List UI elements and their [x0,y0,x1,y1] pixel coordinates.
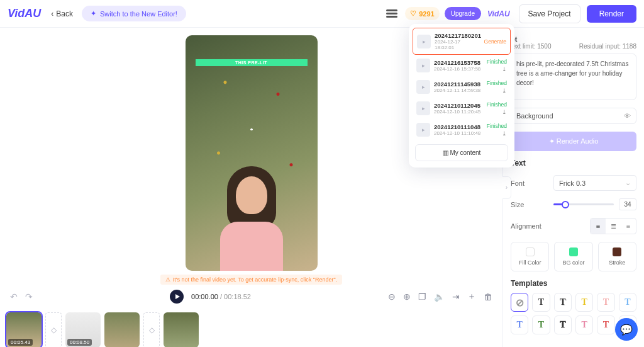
play-icon: ▸ [416,80,430,94]
alignment-label: Alignment [511,222,541,230]
current-time: 00:00.00 [191,293,218,300]
playback-time: 00:00.00 / 00:18.52 [191,293,251,300]
template-item[interactable]: T [532,316,550,334]
credits-badge[interactable]: ♡ 9291 [405,7,439,20]
copy-button[interactable]: ❐ [418,292,426,302]
history-timestamp: 2024-12-10 11:20:45 [434,109,483,115]
export-icon[interactable]: ⇥ [452,292,460,302]
clip-duration: 00:08.50 [67,339,92,346]
download-icon[interactable]: ⤓ [502,88,507,94]
zoom-out-button[interactable]: ⊖ [388,292,396,302]
template-item[interactable]: T [597,293,614,312]
background-row[interactable]: Background 👁 [511,108,636,124]
history-item[interactable]: ▸ 20241210111048 2024-12-10 11:10:48 Fin… [413,119,511,140]
size-slider[interactable] [553,203,614,205]
list-icon[interactable] [386,9,397,18]
template-item[interactable]: T [511,316,528,334]
volume-icon[interactable]: 🔈 [434,292,445,302]
templates-heading: Templates [511,279,636,288]
align-left-button[interactable]: ≡ [591,219,606,234]
switch-editor-button[interactable]: ✦ Switch to the New Editor! [82,6,186,21]
history-status: Generate [484,38,506,45]
template-item[interactable]: T [554,293,572,312]
sparkle-icon: ✦ [91,9,96,18]
render-button[interactable]: Render [587,5,636,23]
history-item[interactable]: ▸ 20241210112045 2024-12-10 11:20:45 Fin… [413,98,511,119]
chat-button[interactable]: 💬 [615,318,638,341]
bg-color-swatch[interactable]: BG color [554,242,592,271]
upgrade-button[interactable]: Upgrade [445,7,481,20]
render-warning: It's not the final video yet. To get acc… [160,275,343,285]
fill-color-box [526,247,535,256]
redo-button[interactable]: ↷ [25,292,33,302]
download-icon[interactable]: ⤓ [502,130,507,137]
size-value[interactable]: 34 [619,198,636,210]
stroke-color-swatch[interactable]: Stroke [598,242,636,271]
video-preview[interactable]: THIS PRE-LIT [186,35,318,271]
chevron-left-icon: ‹ [51,9,53,18]
clip-2[interactable]: 00:08.50 [65,312,101,347]
text-limit: text limit: 1500 [511,43,551,50]
align-right-button[interactable]: ≡ [621,219,636,234]
template-item[interactable]: T [532,293,550,312]
history-item[interactable]: ▸ 20241216153758 2024-12-16 15:37:58 Fin… [413,55,511,76]
history-status: Finished [487,59,507,65]
script-heading-suffix: pt [511,35,636,43]
switch-editor-label: Switch to the New Editor! [100,10,177,18]
undo-button[interactable]: ↶ [10,292,18,302]
fill-color-swatch[interactable]: Fill Color [511,242,549,271]
logo: VidAU [8,7,41,20]
template-item[interactable]: T [554,316,572,334]
play-icon: ▸ [416,123,430,137]
play-button[interactable] [170,290,184,304]
font-select[interactable]: Frick 0.3 ⌄ [553,175,636,191]
clip-4[interactable] [164,312,199,347]
history-status: Finished [487,123,507,129]
delete-button[interactable]: 🗑 [484,292,492,302]
download-icon[interactable]: ⤓ [502,66,507,72]
template-item[interactable]: T [575,316,593,334]
clip-3[interactable] [104,312,140,347]
template-item[interactable]: T [619,293,636,312]
history-timestamp: 2024-12-11 14:59:38 [434,88,483,93]
app-header: VidAU ‹ Back ✦ Switch to the New Editor!… [0,0,644,28]
history-timestamp: 2024-12-17 18:02:01 [435,39,480,50]
history-status: Finished [487,80,507,86]
script-textarea[interactable]: his pre-lit, pre-decorated 7.5ft Christm… [511,54,636,100]
zoom-in-button[interactable]: ⊕ [403,292,411,302]
transition-1[interactable]: ◇ [45,312,62,347]
download-icon[interactable]: ⤓ [502,109,507,115]
clip-1[interactable]: 00:05.43 [6,312,42,347]
play-icon: ▸ [416,59,430,72]
template-item[interactable]: T [575,293,593,312]
properties-sidebar: pt text limit: 1500 Residual input: 1188… [503,28,644,334]
template-none[interactable]: ⊘ [511,293,528,312]
template-item[interactable]: T [597,316,614,334]
caption-overlay: THIS PRE-LIT [196,59,308,66]
add-button[interactable]: ＋ [467,291,476,302]
align-center-button[interactable]: ≣ [606,219,621,234]
alignment-group: ≡ ≣ ≡ [590,218,636,234]
render-audio-button[interactable]: ✦ Render Audio [511,132,636,151]
history-id: 20241216153758 [434,59,483,66]
folder-icon: ▥ [443,149,450,156]
history-id: 20241210111048 [434,123,483,130]
save-project-button[interactable]: Save Project [519,4,580,23]
history-item[interactable]: ▸ 20241217180201 2024-12-17 18:02:01 Gen… [413,28,511,55]
my-content-button[interactable]: ▥ My content [415,144,508,161]
history-timestamp: 2024-12-16 15:37:58 [434,66,483,72]
background-label: Background [516,112,553,120]
back-button[interactable]: ‹ Back [51,9,73,18]
stroke-color-box [613,247,621,256]
collapse-sidebar-button[interactable]: › [502,176,511,199]
history-item[interactable]: ▸ 20241211145938 2024-12-11 14:59:38 Fin… [413,76,511,98]
bg-color-box [569,247,578,256]
chevron-down-icon: ⌄ [625,179,631,187]
clip-duration: 00:05.43 [8,339,33,346]
play-icon: ▸ [417,35,431,48]
font-value: Frick 0.3 [559,179,586,187]
eye-icon[interactable]: 👁 [624,112,631,120]
chat-icon: 💬 [620,324,633,336]
transition-2[interactable]: ◇ [143,312,160,347]
sparkle-icon: ✦ [549,137,557,145]
